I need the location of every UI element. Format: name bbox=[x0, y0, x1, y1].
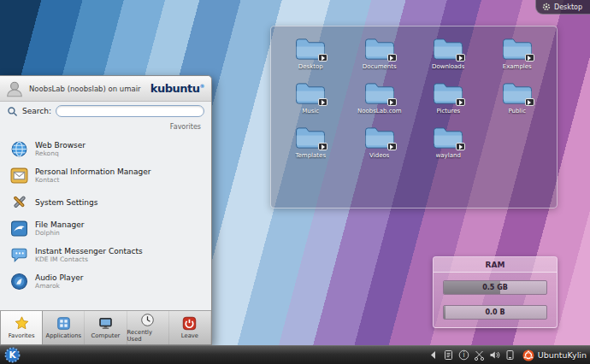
folder-badge-icon bbox=[318, 143, 327, 150]
folder-badge-icon bbox=[387, 143, 397, 150]
search-bar: Search: bbox=[0, 102, 211, 120]
system-tray: i UbuntuKylin bbox=[428, 349, 587, 361]
folder-badge-icon bbox=[456, 98, 465, 106]
launcher-header: NoobsLab (noobslab) on umair kubuntu® bbox=[0, 76, 211, 102]
pim-icon bbox=[10, 167, 28, 185]
clipboard-icon[interactable] bbox=[443, 349, 454, 361]
tab-favorites[interactable]: Favorites bbox=[0, 311, 43, 344]
launcher-item-web-browser[interactable]: Web BrowserRekonq bbox=[7, 137, 208, 161]
desktop-toolbox-button[interactable]: Desktop bbox=[535, 0, 590, 15]
folder-icon bbox=[363, 81, 396, 106]
section-label: Favorites bbox=[0, 120, 211, 133]
folder-item[interactable]: Public bbox=[483, 81, 552, 114]
tab-computer[interactable]: Computer bbox=[85, 311, 127, 344]
tray-expander-icon[interactable] bbox=[428, 349, 439, 361]
item-title: Audio Player bbox=[35, 273, 83, 282]
user-line: NoobsLab (noobslab) on umair bbox=[29, 85, 145, 93]
folder-item[interactable]: Pictures bbox=[414, 81, 483, 114]
folder-badge-icon bbox=[456, 143, 465, 150]
brand-text: kubuntu bbox=[150, 82, 200, 95]
volume-icon[interactable] bbox=[489, 349, 500, 361]
audio-player-icon bbox=[10, 273, 28, 291]
folder-badge-icon bbox=[387, 98, 397, 106]
folder-item[interactable]: wayland bbox=[414, 126, 483, 159]
folder-icon bbox=[363, 37, 396, 62]
item-subtitle: Kontact bbox=[35, 176, 151, 184]
folder-label: Pictures bbox=[436, 108, 460, 114]
folder-icon bbox=[501, 81, 534, 106]
device-notifier-icon[interactable] bbox=[504, 349, 516, 361]
tab-recently-used[interactable]: Recently Used bbox=[127, 311, 169, 344]
launcher-item-system-settings[interactable]: System Settings bbox=[7, 190, 208, 214]
folder-label: Public bbox=[508, 108, 526, 114]
folder-item[interactable]: Videos bbox=[345, 126, 415, 159]
folder-label: Documents bbox=[363, 63, 397, 70]
item-subtitle: Rekonq bbox=[35, 150, 86, 157]
folder-label: Templates bbox=[295, 152, 326, 159]
star-icon bbox=[15, 316, 29, 331]
launcher-item-audio-player[interactable]: Audio PlayerAmarok bbox=[7, 269, 208, 294]
launcher-item-pim[interactable]: Personal Information ManagerKontact bbox=[7, 163, 208, 188]
folder-badge-icon bbox=[525, 54, 534, 62]
tab-label: Favorites bbox=[9, 332, 35, 339]
ram-widget: RAM 0.5 GB 0.0 B bbox=[433, 256, 558, 328]
tab-leave[interactable]: Leave bbox=[169, 311, 211, 344]
folder-icon bbox=[501, 37, 534, 62]
item-title: File Manager bbox=[35, 220, 84, 229]
folder-icon bbox=[432, 81, 464, 106]
folder-item[interactable]: Music bbox=[276, 81, 345, 114]
search-label: Search: bbox=[22, 107, 51, 115]
scissors-icon[interactable] bbox=[474, 349, 485, 361]
ubuntukylin-branding[interactable]: UbuntuKylin bbox=[522, 349, 587, 361]
ram-widget-title: RAM bbox=[434, 257, 557, 273]
launcher-tab-bar: Favorites Applications Computer Recently… bbox=[0, 310, 211, 344]
kickoff-launcher: NoobsLab (noobslab) on umair kubuntu® Se… bbox=[0, 75, 212, 345]
brand-mark: ® bbox=[200, 83, 205, 89]
folder-icon bbox=[294, 126, 327, 150]
tab-applications[interactable]: Applications bbox=[43, 311, 85, 344]
taskbar: K i bbox=[0, 345, 590, 364]
folder-label: Desktop bbox=[298, 63, 323, 70]
folder-item[interactable]: Desktop bbox=[276, 37, 345, 70]
svg-text:i: i bbox=[463, 351, 464, 359]
ubuntukylin-label: UbuntuKylin bbox=[538, 350, 587, 360]
folder-badge-icon bbox=[387, 54, 397, 62]
toolbox-label: Desktop bbox=[554, 3, 582, 11]
info-icon[interactable]: i bbox=[458, 349, 469, 361]
folder-label: Videos bbox=[369, 152, 389, 159]
search-input[interactable] bbox=[56, 105, 204, 117]
item-title: System Settings bbox=[35, 198, 97, 207]
system-settings-icon bbox=[10, 193, 28, 211]
svg-text:K: K bbox=[9, 349, 16, 360]
folder-badge-icon bbox=[525, 98, 534, 106]
folder-badge-icon bbox=[318, 98, 327, 106]
kubuntu-logo: kubuntu® bbox=[150, 82, 204, 95]
power-icon bbox=[182, 316, 197, 331]
kubuntu-k-icon: K bbox=[4, 347, 21, 363]
tab-label: Recently Used bbox=[127, 329, 168, 343]
folder-label: Examples bbox=[503, 63, 532, 70]
folder-icon bbox=[432, 37, 464, 62]
launcher-item-im-contacts[interactable]: Instant Messenger ContactsKDE IM Contact… bbox=[7, 243, 208, 267]
desktop: Desktop Desktop Documents bbox=[0, 0, 590, 364]
item-title: Instant Messenger Contacts bbox=[35, 247, 143, 255]
kmenu-button[interactable]: K bbox=[4, 347, 21, 363]
folder-label: NoobsLab.com bbox=[357, 108, 402, 114]
folder-badge-icon bbox=[456, 54, 465, 62]
folder-label: Music bbox=[302, 108, 319, 114]
ram-usage-meter: 0.5 GB bbox=[443, 280, 547, 295]
folder-view-widget: Desktop Documents Downloads bbox=[270, 26, 558, 208]
launcher-item-file-manager[interactable]: File ManagerDolphin bbox=[7, 216, 208, 241]
item-title: Personal Information Manager bbox=[35, 167, 151, 176]
gear-icon bbox=[542, 3, 551, 11]
folder-item[interactable]: Downloads bbox=[414, 37, 483, 70]
folder-item[interactable]: Documents bbox=[345, 37, 415, 70]
im-contacts-icon bbox=[10, 246, 28, 264]
folder-icon bbox=[294, 37, 327, 62]
favorites-list: Web BrowserRekonq Personal Information M… bbox=[0, 133, 211, 310]
web-browser-icon bbox=[10, 140, 28, 158]
folder-label: wayland bbox=[436, 152, 461, 159]
folder-item[interactable]: NoobsLab.com bbox=[345, 81, 415, 114]
folder-item[interactable]: Templates bbox=[276, 126, 345, 159]
folder-item[interactable]: Examples bbox=[483, 37, 552, 70]
